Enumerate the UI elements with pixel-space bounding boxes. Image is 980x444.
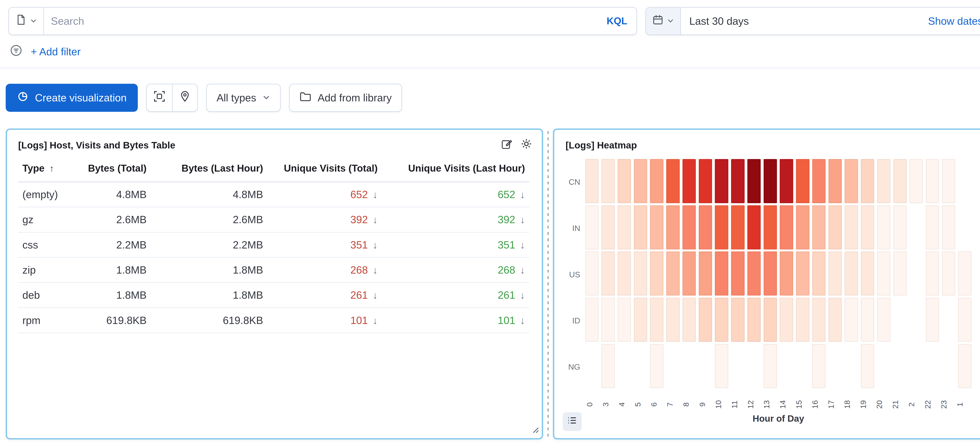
table-row[interactable]: deb1.8MB1.8MB261↓261↓ [18,283,529,308]
all-types-dropdown[interactable]: All types [206,84,281,112]
annotation-icon-button[interactable] [147,84,172,111]
legend-toggle-button[interactable] [563,412,582,431]
heatmap-cell [845,344,858,388]
visits-total-cell: 392↓ [267,207,382,232]
heatmap-cell [617,344,631,388]
chevron-down-icon [667,18,674,24]
show-dates-button[interactable]: Show dates [928,15,980,27]
heatmap-cell [780,344,793,388]
search-input[interactable] [44,15,598,27]
table-row[interactable]: css2.2MB2.2MB351↓351↓ [18,232,529,257]
bytes-last-hour-cell: 1.8MB [151,283,267,308]
heatmap-cell [877,251,891,295]
heatmap-cell [731,344,745,388]
table-row[interactable]: (empty)4.8MB4.8MB652↓652↓ [18,182,529,207]
heatmap-cell [910,344,923,388]
create-visualization-button[interactable]: Create visualization [6,84,138,112]
heatmap-grid [585,159,972,388]
heatmap-cell [682,205,696,249]
column-header[interactable]: Unique Visits (Total) [267,155,382,182]
panel-gutter[interactable] [543,128,553,439]
add-filter-button[interactable]: + Add filter [31,46,81,57]
heatmap-cell [666,344,679,388]
list-icon [567,415,578,428]
heatmap-cell [764,344,777,388]
x-axis-tick-label: 15 [794,391,810,412]
panel-options-icon-button[interactable] [521,138,532,152]
heatmap-cell [682,251,696,295]
table-header-row: Type↑Bytes (Total)Bytes (Last Hour)Uniqu… [18,155,529,182]
panel-header: [Logs] Heatmap [554,130,980,152]
sort-ascending-icon: ↑ [49,163,54,174]
edit-panel-icon-button[interactable] [501,138,512,152]
metric-value: 101 [350,315,368,326]
column-header-label: Bytes (Last Hour) [181,163,263,174]
heatmap-cell [699,344,712,388]
heatmap-cell [715,205,728,249]
heatmap-cell [715,251,728,295]
y-axis-label: NG [560,344,585,390]
table-row[interactable]: gz2.6MB2.6MB392↓392↓ [18,207,529,232]
table-row[interactable]: zip1.8MB1.8MB268↓268↓ [18,257,529,283]
map-pin-icon [179,90,191,105]
trend-down-icon: ↓ [520,214,525,225]
x-axis-tick-label: 1 [956,391,972,412]
panel-header: [Logs] Host, Visits and Bytes Table [7,130,542,152]
trend-down-icon: ↓ [520,315,525,326]
heatmap-cell [666,251,679,295]
heatmap-cell [893,159,907,203]
maps-icon-button[interactable] [172,84,197,111]
quick-select-time-button[interactable] [646,8,681,35]
filter-menu-button[interactable] [10,44,22,59]
panel-resize-handle[interactable] [531,423,539,436]
metric-value: 652 [498,188,515,200]
visits-total-cell: 101↓ [267,308,382,333]
heatmap-cell [699,159,712,203]
x-axis-tick-label: 7 [666,391,682,412]
column-header[interactable]: Type↑ [18,155,84,182]
time-range-value[interactable]: Last 30 days [681,15,757,27]
saved-query-menu-button[interactable] [9,8,44,35]
heatmap-cell [617,159,631,203]
heatmap-cell [747,298,760,342]
x-axis: 03456789101112131415161718192021222231 [585,391,972,412]
heatmap-panel: [Logs] Heatmap CNINUSIDNG [553,128,980,439]
heatmap-cell [910,205,923,249]
column-header-label: Unique Visits (Last Hour) [408,163,525,174]
heatmap-cell [617,251,631,295]
heatmap-cell [650,251,663,295]
heatmap-cell [764,159,777,203]
heatmap-cell [617,205,631,249]
x-axis-tick-label: 4 [617,391,633,412]
heatmap-cell [958,159,971,203]
heatmap-cell [829,298,842,342]
heatmap-cell [650,298,663,342]
heatmap-cell [601,298,615,342]
x-axis-tick-label: 8 [682,391,698,412]
heatmap-cell [812,159,826,203]
bytes-last-hour-cell: 2.2MB [151,232,267,257]
column-header[interactable]: Unique Visits (Last Hour) [382,155,529,182]
visits-last-hour-cell: 392↓ [382,207,529,232]
date-picker: Last 30 days Show dates [646,7,980,35]
trend-down-icon: ↓ [520,240,525,251]
bytes-last-hour-cell: 619.8KB [151,308,267,333]
table-row[interactable]: rpm619.8KB619.8KB101↓101↓ [18,308,529,333]
folder-icon [299,91,312,105]
heatmap-cell [699,298,712,342]
heatmap-cell [812,298,826,342]
heatmap-cell [877,298,891,342]
column-header[interactable]: Bytes (Last Hour) [151,155,267,182]
heatmap-cell [845,251,858,295]
visits-last-hour-cell: 101↓ [382,308,529,333]
heatmap-cell [764,205,777,249]
heatmap-cell [942,159,955,203]
kql-badge[interactable]: KQL [598,15,636,27]
add-from-library-button[interactable]: Add from library [289,84,402,112]
heatmap-cell [764,251,777,295]
heatmap-cell [861,298,874,342]
x-axis-tick-label: 17 [827,391,843,412]
visits-last-hour-cell: 652↓ [382,182,529,207]
heatmap-cell [958,298,971,342]
column-header[interactable]: Bytes (Total) [84,155,151,182]
